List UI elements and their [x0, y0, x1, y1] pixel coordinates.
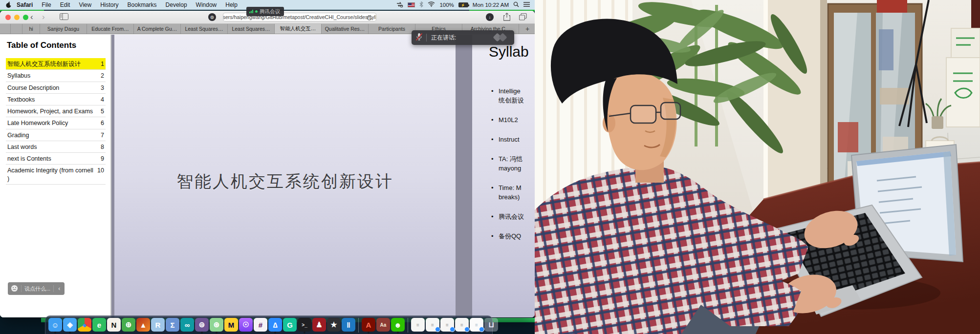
next-slide-bullet-4: Time: M breaks) — [499, 183, 524, 202]
dock-latex-icon[interactable]: Σ — [166, 318, 179, 332]
menu-list-icon[interactable] — [523, 1, 530, 8]
dock-r-stats-icon[interactable]: R — [151, 318, 165, 332]
cardboard-boxes — [946, 28, 980, 127]
new-tab-button[interactable]: + — [520, 24, 535, 34]
menu-develop[interactable]: Develop — [161, 1, 192, 8]
show-tabs-icon[interactable] — [519, 13, 527, 22]
menu-file[interactable]: File — [37, 1, 55, 8]
minimize-window-button[interactable] — [14, 15, 20, 20]
dock-terminal-icon[interactable]: >_ — [298, 318, 311, 332]
dock-tencent-meeting-icon[interactable]: ∆ — [268, 318, 282, 332]
browser-tab-6[interactable]: Least Squares… — [181, 24, 228, 34]
battery-icon: ⚡ — [458, 2, 468, 7]
dock-github-desktop-icon[interactable]: ⊚ — [195, 318, 209, 332]
menu-edit[interactable]: Edit — [56, 1, 75, 8]
dock-safari-icon[interactable]: ◈ — [63, 318, 77, 332]
chat-input-placeholder[interactable]: 说点什么... — [24, 285, 50, 292]
dock: ☺◈●eN⊕▲RΣ∞⊚⊛M☉#∆G>_♟★‖AAa☻≡≡≡≡≡⊔ — [45, 315, 493, 334]
microphone-muted-icon[interactable] — [415, 33, 423, 42]
current-slide[interactable]: 智能人机交互系统创新设计 — [114, 35, 456, 317]
dock-mendeley-icon[interactable]: ♟ — [312, 318, 326, 332]
dock-evernote-icon[interactable]: e — [92, 318, 106, 332]
menu-bar-clock[interactable]: Mon 10:22 AM — [473, 2, 509, 8]
smiley-icon[interactable] — [11, 285, 18, 293]
dock-graph-tool-icon[interactable]: ⊕ — [122, 318, 135, 332]
toc-item-5[interactable]: Homework, Project, and Exams5 — [6, 105, 106, 117]
zoom-window-button[interactable] — [23, 15, 28, 20]
download-extension-icon[interactable]: ↓ — [486, 13, 494, 21]
toc-item-label: Academic Integrity (from cornell ) — [7, 167, 93, 183]
toc-item-10[interactable]: Academic Integrity (from cornell )10 — [6, 165, 106, 185]
menu-bookmarks[interactable]: Bookmarks — [123, 1, 161, 8]
dock-notion-icon[interactable]: N — [107, 318, 121, 332]
dock-slack-icon[interactable]: # — [254, 318, 267, 332]
battery-percent: 100% — [439, 2, 454, 8]
dock-star-app-icon[interactable]: ★ — [327, 318, 341, 332]
tencent-meeting-logo — [493, 33, 509, 42]
meeting-floating-bar[interactable]: 腾讯会议 — [246, 7, 284, 16]
next-slide-bullets: Intellige 统创新设M10L2InstructTA: 冯恺 mayong… — [499, 86, 524, 251]
browser-tab-2[interactable]: hi — [22, 24, 40, 34]
dock-doc-thumb-2-icon[interactable]: ≡ — [426, 318, 439, 332]
share-icon[interactable] — [503, 13, 510, 23]
dock-trello-icon[interactable]: ‖ — [342, 318, 355, 332]
menu-history[interactable]: History — [96, 1, 123, 8]
dock-acrobat-icon[interactable]: A — [362, 318, 375, 332]
toc-item-3[interactable]: Course Description3 — [6, 82, 106, 94]
browser-tab-9[interactable]: Qualitative Res… — [322, 24, 369, 34]
dock-finder-icon[interactable]: ☺ — [48, 318, 62, 332]
menu-view[interactable]: View — [74, 1, 96, 8]
reload-icon[interactable] — [367, 14, 372, 23]
menu-help[interactable]: Help — [221, 1, 242, 8]
status-dot — [255, 10, 258, 13]
close-window-button[interactable] — [5, 15, 11, 20]
toc-list: 智能人机交互系统创新设计1Syllabus2Course Description… — [6, 58, 106, 185]
menu-window[interactable]: Window — [192, 1, 221, 8]
menu-safari[interactable]: Safari — [12, 1, 37, 8]
dock-miro-icon[interactable]: M — [224, 318, 238, 332]
dock-doc-thumb-1-icon[interactable]: ≡ — [411, 318, 425, 332]
back-button[interactable]: ‹ — [30, 11, 33, 23]
toc-item-6[interactable]: Late Homework Policy6 — [6, 117, 106, 129]
next-slide[interactable]: Syllab Intellige 统创新设M10L2InstructTA: 冯恺… — [472, 35, 535, 317]
dock-doc-thumb-4-icon[interactable]: ≡ — [455, 318, 469, 332]
spotlight-icon[interactable] — [513, 1, 519, 9]
dock-wechat-icon[interactable]: ☻ — [391, 318, 405, 332]
browser-tab-7[interactable]: Least Squares… — [228, 24, 275, 34]
speaking-indicator-bar[interactable]: 正在讲话: — [412, 30, 514, 45]
toc-item-9[interactable]: next is Contents9 — [6, 153, 106, 165]
toc-item-2[interactable]: Syllabus2 — [6, 70, 106, 82]
dock-chrome-icon[interactable]: ● — [78, 318, 91, 332]
next-slide-bullet-2: Instruct — [499, 135, 524, 144]
toc-item-4[interactable]: Textbooks4 — [6, 94, 106, 105]
forward-button[interactable]: › — [42, 11, 45, 23]
toc-item-7[interactable]: Grading7 — [6, 129, 106, 141]
extension-icon[interactable]: ◍ — [208, 13, 216, 21]
dock-arduino-icon[interactable]: ∞ — [180, 318, 194, 332]
sidebar-toggle-icon[interactable] — [60, 13, 68, 22]
dock-atom-green-icon[interactable]: ⊛ — [210, 318, 223, 332]
browser-tab-stub[interactable] — [0, 24, 11, 34]
dock-doc-thumb-5-icon[interactable]: ≡ — [470, 318, 483, 332]
browser-tab-stub[interactable] — [11, 24, 22, 34]
toc-item-8[interactable]: Last words8 — [6, 141, 106, 153]
toc-item-1[interactable]: 智能人机交互系统创新设计1 — [6, 58, 106, 70]
dock-podcasts-icon[interactable]: ☉ — [239, 318, 253, 332]
wifi-icon[interactable] — [428, 1, 435, 8]
browser-tab-8[interactable]: 智能人机交互… — [275, 24, 322, 34]
meeting-chat-pill[interactable]: 说点什么... ‹ — [8, 282, 65, 295]
browser-tab-4[interactable]: Educate From… — [87, 24, 134, 34]
browser-tab-3[interactable]: Sanjoy Dasgu — [40, 24, 87, 34]
dock-matlab-icon[interactable]: ▲ — [136, 318, 150, 332]
bluetooth-icon[interactable] — [419, 1, 423, 9]
input-sync-icon[interactable] — [396, 1, 403, 9]
dock-trash-icon[interactable]: ⊔ — [484, 318, 498, 332]
dock-dictionary-icon[interactable]: Aa — [376, 318, 390, 332]
browser-tab-5[interactable]: A Complete Gu… — [134, 24, 181, 34]
dock-doc-thumb-3-icon[interactable]: ≡ — [440, 318, 454, 332]
chat-collapse-chevron[interactable]: ‹ — [57, 285, 62, 292]
dock-grammarly-icon[interactable]: G — [283, 318, 297, 332]
apple-menu-icon[interactable] — [5, 1, 12, 8]
input-language-flag-icon[interactable] — [408, 2, 415, 7]
browser-tab-10[interactable]: Participants — [369, 24, 415, 34]
